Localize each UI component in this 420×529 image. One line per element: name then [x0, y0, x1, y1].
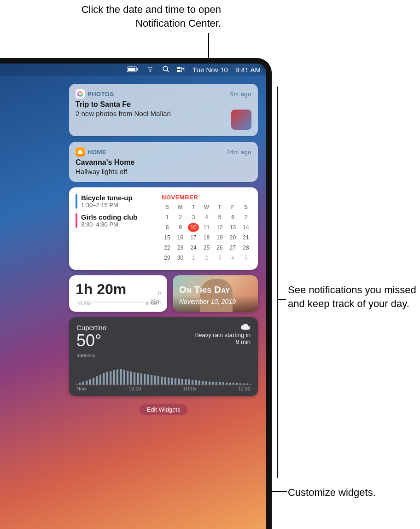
x-tick: Now: [76, 386, 87, 391]
svg-rect-38: [154, 376, 156, 385]
calendar-day[interactable]: 18: [201, 233, 212, 242]
wifi-icon[interactable]: [146, 66, 155, 74]
svg-rect-53: [205, 381, 207, 385]
svg-rect-45: [178, 378, 180, 385]
calendar-day[interactable]: 3: [214, 253, 225, 262]
calendar-day[interactable]: 22: [162, 243, 173, 252]
calendar-day[interactable]: 26: [214, 243, 225, 252]
calendar-day[interactable]: 11: [201, 223, 212, 232]
calendar-day[interactable]: 23: [175, 243, 186, 252]
svg-rect-37: [151, 375, 152, 385]
calendar-event[interactable]: Bicycle tune-up 1:30–2:15 PM: [76, 194, 157, 209]
calendar-day[interactable]: 20: [228, 233, 239, 242]
notification-app-label: HOME: [88, 149, 106, 156]
svg-rect-18: [86, 380, 88, 385]
calendar-day[interactable]: 27: [228, 243, 239, 252]
calendar-day[interactable]: 5: [240, 253, 251, 262]
calendar-day[interactable]: 24: [188, 243, 199, 252]
calendar-day[interactable]: 10: [188, 223, 199, 232]
calendar-day[interactable]: 2: [175, 213, 186, 222]
calendar-day[interactable]: 13: [228, 223, 239, 232]
svg-rect-5: [177, 67, 181, 69]
svg-rect-49: [192, 380, 193, 385]
notification-photos[interactable]: PHOTOS 6m ago Trip to Santa Fe 2 new pho…: [69, 84, 258, 136]
svg-rect-25: [110, 371, 111, 385]
svg-rect-44: [175, 378, 176, 385]
notification-body: 2 new photos from Noel Mallari: [76, 110, 228, 117]
svg-rect-32: [134, 372, 135, 385]
calendar-day[interactable]: 19: [214, 233, 225, 242]
svg-rect-41: [164, 377, 166, 385]
svg-rect-39: [158, 376, 159, 385]
edit-widgets-button[interactable]: Edit Widgets: [140, 404, 188, 415]
weather-intensity-label: Intensity: [76, 353, 251, 358]
weather-condition: Heavy rain starting in 9 min: [191, 331, 251, 345]
calendar-day[interactable]: 9: [175, 223, 186, 232]
calendar-day[interactable]: 28: [240, 243, 251, 252]
svg-point-14: [77, 92, 79, 94]
callout-open-nc: Click the date and time to open Notifica…: [46, 3, 221, 30]
calendar-day[interactable]: 2: [201, 253, 212, 262]
calendar-day[interactable]: 21: [240, 233, 251, 242]
notification-home[interactable]: HOME 24m ago Cavanna's Home Hallway ligh…: [69, 142, 258, 182]
dow-label: F: [228, 203, 239, 212]
svg-rect-20: [93, 378, 94, 385]
svg-point-8: [182, 68, 184, 70]
calendar-day[interactable]: 1: [188, 253, 199, 262]
calendar-day[interactable]: 1: [162, 213, 173, 222]
calendar-day[interactable]: 4: [228, 253, 239, 262]
svg-rect-54: [209, 382, 210, 385]
battery-icon[interactable]: [127, 66, 138, 74]
svg-point-11: [81, 94, 83, 96]
x-tick: 10:00: [128, 386, 141, 391]
calendar-day[interactable]: 30: [175, 253, 186, 262]
dow-label: T: [188, 203, 199, 212]
calendar-event[interactable]: Girls coding club 3:30–4:30 PM: [76, 213, 157, 228]
calendar-day[interactable]: 7: [240, 213, 251, 222]
event-time: 1:30–2:15 PM: [81, 202, 133, 209]
notification-thumbnail: [231, 110, 251, 130]
spotlight-icon[interactable]: [162, 65, 169, 74]
memory-heading: On This Day: [179, 285, 230, 295]
svg-rect-50: [195, 380, 197, 385]
svg-rect-33: [137, 373, 139, 385]
dow-label: T: [214, 203, 225, 212]
screentime-total: 1h 20m: [76, 281, 161, 298]
svg-point-9: [79, 91, 81, 93]
screentime-widget[interactable]: 1h 20m 60m 30m 0 6 AM 9 AM: [69, 275, 167, 312]
calendar-day[interactable]: 25: [201, 243, 212, 252]
svg-rect-59: [226, 383, 228, 385]
notification-title: Trip to Santa Fe: [76, 100, 251, 109]
calendar-day[interactable]: 4: [201, 213, 212, 222]
calendar-day[interactable]: 16: [175, 233, 186, 242]
dow-label: M: [175, 203, 186, 212]
callout-edit: Customize widgets.: [288, 486, 417, 500]
menubar-date[interactable]: Tue Nov 10: [192, 66, 228, 74]
svg-rect-24: [106, 372, 108, 385]
menubar: Tue Nov 10 9:41 AM: [0, 64, 266, 76]
menubar-time[interactable]: 9:41 AM: [235, 66, 261, 74]
memory-photo: [200, 279, 233, 312]
calendar-widget[interactable]: Bicycle tune-up 1:30–2:15 PM Girls codin…: [69, 187, 258, 270]
svg-point-3: [163, 66, 168, 71]
mini-calendar[interactable]: NOVEMBER SMTWTFS 12345678910111213141516…: [162, 194, 251, 263]
svg-point-12: [79, 95, 81, 97]
photos-memories-widget[interactable]: On This Day November 10, 2019: [173, 275, 258, 312]
svg-line-4: [167, 70, 169, 72]
svg-rect-60: [229, 383, 231, 385]
calendar-day[interactable]: 8: [162, 223, 173, 232]
calendar-day[interactable]: 14: [240, 223, 251, 232]
svg-rect-1: [128, 68, 135, 71]
calendar-day[interactable]: 29: [162, 253, 173, 262]
calendar-day[interactable]: 5: [214, 213, 225, 222]
calendar-day[interactable]: 3: [188, 213, 199, 222]
calendar-day[interactable]: 12: [214, 223, 225, 232]
weather-widget[interactable]: Cupertino 50° Heavy rain starting in 9 m…: [69, 317, 258, 396]
event-color: [76, 213, 77, 228]
control-center-icon[interactable]: [177, 66, 185, 74]
calendar-day[interactable]: 6: [228, 213, 239, 222]
weather-location: Cupertino: [76, 324, 106, 331]
calendar-day[interactable]: 15: [162, 233, 173, 242]
svg-rect-40: [161, 377, 163, 385]
calendar-day[interactable]: 17: [188, 233, 199, 242]
